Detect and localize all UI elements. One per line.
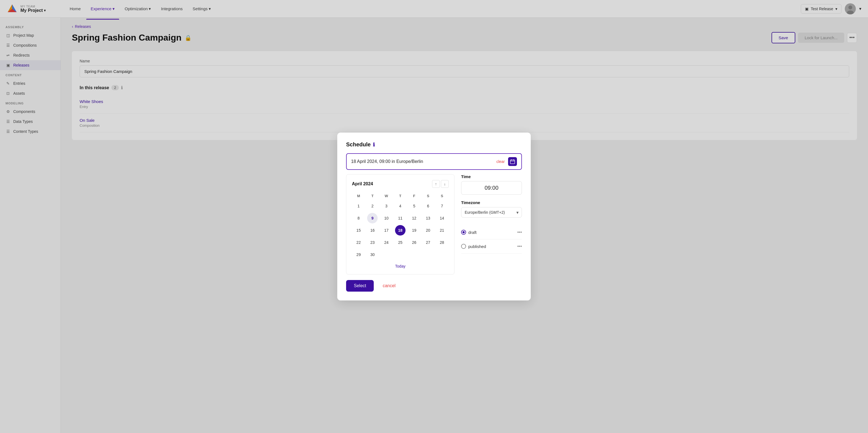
cal-day-23[interactable]: 23	[367, 237, 378, 248]
cal-day-5[interactable]: 5	[409, 201, 420, 211]
time-section: Time	[461, 174, 522, 195]
cal-day-empty-5	[437, 249, 447, 260]
cal-day-4[interactable]: 4	[395, 201, 406, 211]
cal-day-25[interactable]: 25	[395, 237, 406, 248]
cal-day-empty-4	[423, 249, 433, 260]
cal-day-empty-2	[395, 249, 406, 260]
cal-day-6[interactable]: 6	[423, 201, 433, 211]
timezone-select[interactable]: Europe/Berlin (GMT+2) UTC (GMT+0) Americ…	[461, 207, 522, 218]
timezone-label: Timezone	[461, 200, 522, 205]
cal-day-14[interactable]: 14	[437, 213, 447, 224]
calendar-nav-buttons: ↑ ↓	[432, 180, 448, 188]
cal-day-12[interactable]: 12	[409, 213, 420, 224]
cal-day-28[interactable]: 28	[437, 237, 447, 248]
status-item-draft: draft •••	[461, 225, 522, 239]
cal-day-24[interactable]: 24	[381, 237, 392, 248]
cal-day-27[interactable]: 27	[423, 237, 433, 248]
calendar-nav: April 2024 ↑ ↓	[352, 180, 448, 188]
today-button[interactable]: Today	[395, 264, 405, 268]
draft-radio-circle	[461, 230, 466, 235]
published-more-icon[interactable]: •••	[517, 244, 522, 249]
draft-more-icon[interactable]: •••	[517, 230, 522, 235]
time-input[interactable]	[461, 181, 522, 195]
date-input-actions: clear	[496, 157, 517, 166]
cal-header-mon: M	[352, 192, 365, 200]
published-radio-circle	[461, 244, 466, 249]
cal-day-20[interactable]: 20	[423, 225, 433, 236]
cal-day-17[interactable]: 17	[381, 225, 392, 236]
cal-day-19[interactable]: 19	[409, 225, 420, 236]
cal-day-empty-1	[381, 249, 392, 260]
cal-day-30[interactable]: 30	[367, 249, 378, 260]
schedule-modal: Schedule ℹ 18 April 2024, 09:00 in Europ…	[337, 133, 531, 300]
cal-day-29[interactable]: 29	[353, 249, 364, 260]
cal-day-11[interactable]: 11	[395, 213, 406, 224]
status-item-published: published •••	[461, 239, 522, 254]
cal-day-22[interactable]: 22	[353, 237, 364, 248]
schedule-info-icon[interactable]: ℹ	[373, 142, 375, 148]
time-timezone-panel: Time Timezone Europe/Berlin (GMT+2) UTC …	[461, 174, 522, 274]
draft-label: draft	[468, 230, 476, 235]
clear-button[interactable]: clear	[496, 159, 505, 164]
cal-header-tue: T	[366, 192, 379, 200]
cal-day-empty-3	[409, 249, 420, 260]
cal-header-fri: F	[407, 192, 421, 200]
cal-day-18[interactable]: 18	[395, 225, 406, 236]
published-radio[interactable]: published	[461, 244, 486, 249]
cal-day-7[interactable]: 7	[437, 201, 447, 211]
select-button[interactable]: Select	[346, 280, 374, 292]
modal-actions: Select cancel	[346, 280, 522, 292]
today-button-area: Today	[352, 260, 448, 269]
cal-day-9[interactable]: 9	[367, 213, 378, 224]
cal-day-1[interactable]: 1	[353, 201, 364, 211]
date-input-row: 18 April 2024, 09:00 in Europe/Berlin cl…	[346, 153, 522, 170]
published-label: published	[468, 244, 486, 249]
cal-day-21[interactable]: 21	[437, 225, 447, 236]
cal-day-13[interactable]: 13	[423, 213, 433, 224]
time-label: Time	[461, 174, 522, 179]
date-time-value: 18 April 2024, 09:00 in Europe/Berlin	[351, 159, 423, 164]
cal-day-8[interactable]: 8	[353, 213, 364, 224]
calendar-grid: M T W T F S S 1 2 3 4 5 6 7 8	[352, 192, 448, 260]
timezone-select-wrapper: Europe/Berlin (GMT+2) UTC (GMT+0) Americ…	[461, 207, 522, 218]
draft-radio[interactable]: draft	[461, 230, 476, 235]
modal-overlay[interactable]: Schedule ℹ 18 April 2024, 09:00 in Europ…	[0, 0, 868, 433]
svg-rect-6	[510, 160, 515, 164]
cal-day-2[interactable]: 2	[367, 201, 378, 211]
cal-header-thu: T	[394, 192, 407, 200]
cal-header-wed: W	[380, 192, 393, 200]
calendar-prev-button[interactable]: ↑	[432, 180, 440, 188]
cal-day-10[interactable]: 10	[381, 213, 392, 224]
draft-radio-dot	[462, 231, 465, 233]
cancel-button[interactable]: cancel	[377, 280, 401, 292]
calendar-toggle-icon[interactable]	[508, 157, 517, 166]
cal-day-26[interactable]: 26	[409, 237, 420, 248]
schedule-title: Schedule ℹ	[346, 141, 522, 148]
status-section: draft ••• published •••	[461, 225, 522, 254]
timezone-section: Timezone Europe/Berlin (GMT+2) UTC (GMT+…	[461, 200, 522, 218]
calendar-next-button[interactable]: ↓	[441, 180, 448, 188]
cal-day-3[interactable]: 3	[381, 201, 392, 211]
calendar-month: April 2024	[352, 181, 373, 187]
cal-day-16[interactable]: 16	[367, 225, 378, 236]
cal-day-15[interactable]: 15	[353, 225, 364, 236]
calendar-time-section: April 2024 ↑ ↓ M T W T F S S 1	[346, 174, 522, 274]
calendar-panel: April 2024 ↑ ↓ M T W T F S S 1	[346, 174, 455, 274]
cal-header-sun: S	[435, 192, 448, 200]
cal-header-sat: S	[421, 192, 435, 200]
